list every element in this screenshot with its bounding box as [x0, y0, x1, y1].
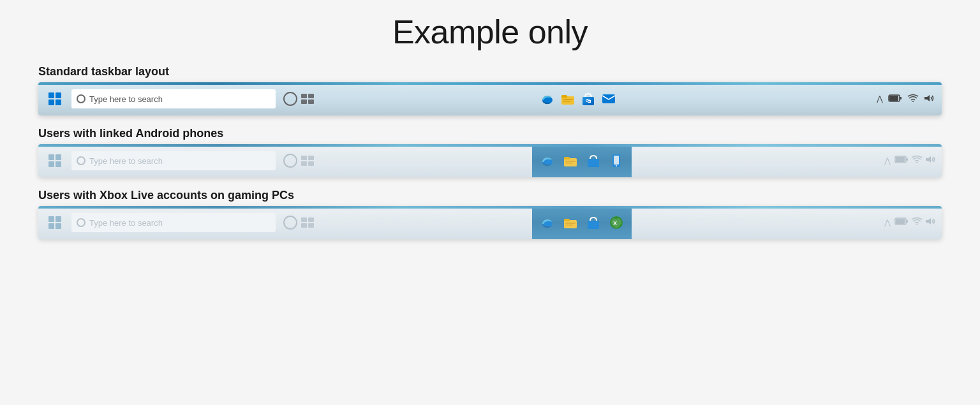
- file-explorer-button[interactable]: [558, 89, 578, 109]
- start-button-xbox[interactable]: [38, 206, 71, 239]
- svg-rect-2: [301, 99, 307, 104]
- svg-rect-19: [308, 161, 314, 166]
- page-title: Example only: [392, 13, 588, 51]
- system-tray-android: ⋀: [878, 155, 942, 166]
- tray-overflow-xbox[interactable]: ⋀: [883, 217, 892, 228]
- svg-point-27: [616, 165, 617, 166]
- store-button-android[interactable]: [583, 151, 604, 171]
- phone-link-button-android[interactable]: [606, 151, 627, 171]
- svg-rect-39: [565, 225, 573, 226]
- store-button-xbox[interactable]: [583, 212, 604, 233]
- tray-wifi-android: [911, 155, 923, 166]
- taskview-icon-android[interactable]: [299, 154, 316, 168]
- search-box-xbox[interactable]: Type here to search: [71, 213, 276, 232]
- svg-rect-34: [301, 223, 307, 228]
- highlighted-pinned-android: [532, 144, 632, 177]
- xbox-button-xbox[interactable]: X: [606, 212, 627, 233]
- tray-volume-android[interactable]: [925, 155, 937, 166]
- search-box-android[interactable]: Type here to search: [71, 151, 276, 170]
- svg-rect-35: [308, 223, 314, 228]
- tray-wifi-xbox: [911, 217, 923, 228]
- edge-button[interactable]: [537, 89, 558, 109]
- system-tray-xbox: ⋀: [878, 217, 942, 228]
- file-explorer-button-android[interactable]: [560, 151, 581, 171]
- cortana-icon-xbox[interactable]: [283, 216, 297, 230]
- svg-rect-32: [301, 217, 307, 222]
- svg-rect-23: [565, 163, 573, 164]
- svg-rect-26: [614, 156, 619, 165]
- pinned-apps: 🛍: [535, 82, 621, 115]
- svg-rect-22: [565, 161, 575, 162]
- system-tray: ⋀: [870, 92, 942, 106]
- svg-rect-45: [896, 219, 905, 224]
- cortana-icon-android[interactable]: [283, 154, 297, 168]
- svg-rect-7: [563, 101, 570, 102]
- section-standard-label: Standard taskbar layout: [38, 65, 942, 78]
- taskbar-xbox: Type here to search: [38, 206, 942, 239]
- taskbar-middle-android: [281, 154, 532, 168]
- windows-icon-android: [48, 154, 61, 167]
- svg-rect-0: [301, 94, 307, 98]
- svg-text:X: X: [613, 220, 617, 226]
- tray-wifi-icon: [906, 92, 920, 106]
- edge-button-xbox[interactable]: [537, 212, 558, 233]
- edge-button-android[interactable]: [537, 151, 558, 171]
- tray-overflow-android[interactable]: ⋀: [883, 155, 892, 166]
- tray-battery-icon: [887, 92, 903, 106]
- svg-rect-6: [563, 99, 573, 100]
- start-button[interactable]: [38, 82, 71, 115]
- taskbar-middle: [281, 92, 535, 106]
- svg-rect-44: [906, 220, 908, 223]
- taskview-icon-xbox[interactable]: [299, 216, 316, 230]
- tray-battery-xbox: [895, 217, 909, 228]
- search-icon-xbox: [77, 218, 85, 227]
- taskbar-middle-xbox: [281, 216, 532, 230]
- svg-rect-24: [588, 159, 599, 167]
- svg-rect-17: [308, 156, 314, 160]
- tray-volume-icon[interactable]: [923, 92, 937, 106]
- svg-rect-1: [308, 94, 314, 98]
- search-icon: [77, 94, 85, 103]
- section-xbox-label: Users with Xbox Live accounts on gaming …: [38, 189, 942, 202]
- search-box[interactable]: Type here to search: [71, 89, 276, 108]
- svg-rect-30: [896, 157, 905, 162]
- section-xbox: Users with Xbox Live accounts on gaming …: [38, 189, 942, 239]
- search-placeholder-xbox: Type here to search: [89, 218, 271, 228]
- search-placeholder-android: Type here to search: [89, 156, 271, 166]
- svg-marker-31: [926, 156, 931, 163]
- start-button-android[interactable]: [38, 144, 71, 177]
- svg-rect-3: [308, 99, 314, 104]
- store-button[interactable]: 🛍: [578, 89, 598, 109]
- taskbar-standard: Type here to search: [38, 82, 942, 115]
- section-standard: Standard taskbar layout Type here to sea…: [38, 65, 942, 115]
- windows-icon-xbox: [48, 216, 61, 229]
- file-explorer-button-xbox[interactable]: [560, 212, 581, 233]
- taskview-icon[interactable]: [299, 92, 316, 106]
- search-icon-android: [77, 156, 85, 165]
- highlighted-pinned-xbox: X: [532, 206, 632, 239]
- svg-rect-13: [900, 97, 902, 99]
- section-android-label: Users with linked Android phones: [38, 127, 942, 140]
- svg-rect-29: [906, 158, 908, 161]
- svg-rect-40: [588, 221, 599, 229]
- tray-volume-xbox[interactable]: [925, 217, 937, 228]
- svg-rect-33: [308, 217, 314, 222]
- svg-marker-15: [924, 95, 930, 101]
- svg-marker-46: [926, 218, 931, 225]
- section-android: Users with linked Android phones Type he…: [38, 127, 942, 177]
- svg-rect-38: [565, 223, 575, 224]
- svg-rect-16: [301, 156, 307, 160]
- svg-rect-18: [301, 161, 307, 166]
- svg-rect-14: [889, 96, 898, 101]
- svg-text:🛍: 🛍: [586, 98, 591, 104]
- tray-overflow-button[interactable]: ⋀: [875, 93, 884, 105]
- cortana-icon[interactable]: [283, 92, 297, 106]
- windows-icon: [48, 92, 61, 105]
- svg-rect-11: [602, 94, 615, 103]
- search-placeholder: Type here to search: [89, 94, 271, 104]
- tray-battery-android: [895, 155, 909, 166]
- mail-button[interactable]: [598, 89, 619, 109]
- taskbar-android: Type here to search: [38, 144, 942, 177]
